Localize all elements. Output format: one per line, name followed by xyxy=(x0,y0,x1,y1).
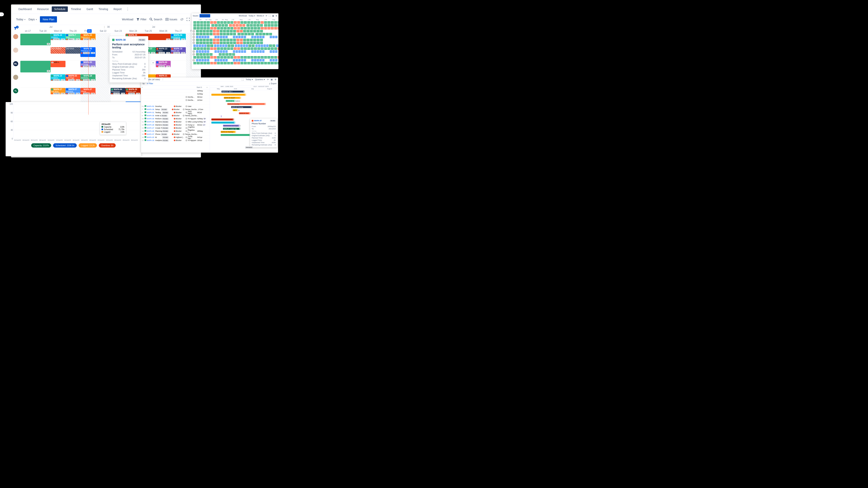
wl-cell[interactable]: 100% xyxy=(230,62,233,64)
wl-cell[interactable]: 100% xyxy=(233,39,236,41)
wl-cell[interactable]: 75% xyxy=(199,36,201,38)
wl-cell[interactable] xyxy=(271,39,272,41)
wl-cell[interactable] xyxy=(268,39,269,41)
wl-cell[interactable]: 75% xyxy=(275,59,277,61)
wl-cell[interactable]: 100% xyxy=(272,44,275,47)
wl-cell[interactable] xyxy=(263,39,264,41)
wl-cell[interactable]: 75% xyxy=(204,36,207,38)
wl-cell[interactable]: 100% xyxy=(193,62,196,64)
gantt-row[interactable]: 10 MAPA-30 Perform user acc... TO DO Blo… xyxy=(141,117,210,120)
wl-cell[interactable]: 100% xyxy=(214,56,216,59)
wl-cell[interactable] xyxy=(269,39,270,41)
wl-cell[interactable] xyxy=(246,36,248,38)
wl-cell[interactable]: 100% xyxy=(223,42,226,44)
wl-cell[interactable]: 75% xyxy=(222,44,224,47)
wl-cell[interactable]: 75% xyxy=(204,44,207,47)
wl-cell[interactable] xyxy=(265,39,266,41)
allocation-block[interactable]: 8h xyxy=(20,61,51,72)
wl-cell[interactable]: 75% xyxy=(244,59,246,61)
gantt-row[interactable]: 17 MAPA-19 Analytics setup TO DO Blocker… xyxy=(141,139,210,142)
wl-cell[interactable]: 100% xyxy=(278,24,278,27)
wl-cell[interactable]: 100% xyxy=(274,47,277,50)
wl-cell[interactable]: 75% xyxy=(196,59,198,61)
task-card[interactable]: MAPA-57FrontendTO DO6.5h xyxy=(65,88,81,94)
wl-cell[interactable]: 100% xyxy=(220,21,223,24)
wl-cell[interactable]: 75% xyxy=(251,36,254,38)
wl-view-icon[interactable]: ▦ xyxy=(272,15,274,17)
wl-cell[interactable]: 75% xyxy=(275,36,277,38)
gantt-row[interactable]: 01/May xyxy=(141,92,210,95)
tab-schedule[interactable]: Schedule xyxy=(52,6,68,12)
wl-cell[interactable]: 100% xyxy=(262,33,265,35)
wl-cell[interactable]: 100% xyxy=(210,56,213,59)
wl-cell[interactable]: 100% xyxy=(197,27,199,29)
wl-cell[interactable]: 75% xyxy=(223,36,225,38)
wl-cell[interactable]: 100% xyxy=(210,27,213,29)
gantt-bar[interactable]: MAPA-31: Tes xyxy=(239,112,250,114)
wl-cell[interactable]: 100% xyxy=(254,27,257,29)
wl-cell[interactable] xyxy=(274,30,275,32)
wl-cell[interactable]: 100% xyxy=(203,42,206,44)
wl-cell[interactable]: 75% xyxy=(259,59,262,61)
wl-cell[interactable]: 75% xyxy=(241,59,243,61)
wl-cell[interactable] xyxy=(213,53,215,56)
wl-cell[interactable] xyxy=(273,42,274,44)
wl-cell[interactable]: 100% xyxy=(218,24,221,27)
wl-cell[interactable]: 100% xyxy=(230,42,233,44)
wl-cell[interactable]: 100% xyxy=(274,21,277,24)
wl-cell[interactable]: 75% xyxy=(251,51,254,53)
wl-cell[interactable]: 75% xyxy=(262,36,265,38)
wl-cell[interactable]: 75% xyxy=(270,59,272,61)
wl-cell[interactable]: 100% xyxy=(268,24,271,27)
wl-cell[interactable]: 100% xyxy=(213,33,216,35)
wl-cell[interactable]: 75% xyxy=(202,51,204,53)
wl-cell[interactable]: 100% xyxy=(200,27,203,29)
avatar[interactable]: TL xyxy=(11,88,20,101)
task-card[interactable]: MAPA-19AnalyticsTO DO6.5h xyxy=(51,34,65,40)
wl-cell[interactable] xyxy=(265,59,266,61)
wl-cell[interactable] xyxy=(260,53,262,56)
wl-cell[interactable]: 100% xyxy=(207,21,210,24)
wl-cell[interactable]: 75% xyxy=(199,51,201,53)
wl-cell[interactable]: 100% xyxy=(256,24,259,27)
wl-cell[interactable]: 75% xyxy=(199,59,201,61)
wl-cell[interactable] xyxy=(250,59,251,61)
wl-cell[interactable]: 100% xyxy=(260,27,264,29)
wl-cell[interactable]: 100% xyxy=(217,47,220,50)
wl-cell[interactable]: 100% xyxy=(271,47,274,50)
wl-cell[interactable]: 100% xyxy=(210,39,212,41)
wl-cell[interactable]: 100% xyxy=(215,24,218,27)
wl-cell[interactable]: 100% xyxy=(246,24,249,27)
wl-cell[interactable]: 75% xyxy=(236,59,238,61)
wl-cell[interactable]: 100% xyxy=(250,42,253,44)
wl-cell[interactable]: 75% xyxy=(220,51,222,53)
gantt-bar[interactable] xyxy=(211,119,234,121)
wl-cell[interactable] xyxy=(268,30,269,32)
wl-cell[interactable]: 75% xyxy=(204,59,207,61)
wl-cell[interactable] xyxy=(270,39,271,41)
wl-cell[interactable]: 100% xyxy=(203,39,206,41)
wl-settings-icon[interactable]: ⚙ xyxy=(276,15,277,17)
wl-cell[interactable]: 100% xyxy=(227,62,230,64)
gantt-export-button[interactable]: ⤓ Export xyxy=(269,83,277,85)
wl-cell[interactable]: 75% xyxy=(238,51,241,53)
task-card[interactable]: MAPA-56PrototypingTO DO6.5h xyxy=(171,34,186,40)
wl-cell[interactable]: 75% xyxy=(214,44,216,47)
wl-cell[interactable]: 100% xyxy=(244,33,247,35)
wl-cell[interactable]: 100% xyxy=(260,62,264,64)
sync-icon[interactable] xyxy=(180,18,184,21)
wl-cell[interactable]: 100% xyxy=(237,62,240,64)
gantt-more-icon[interactable]: ⋮ xyxy=(162,78,164,80)
wl-cell[interactable]: 100% xyxy=(254,56,257,59)
wl-cell[interactable]: 75% xyxy=(233,59,235,61)
wl-cell[interactable]: 75% xyxy=(255,44,258,47)
days-dropdown[interactable]: Days▾ xyxy=(29,18,37,21)
task-card[interactable]: 📅 edit e... xyxy=(51,61,65,67)
wl-cell[interactable]: 75% xyxy=(217,36,219,38)
wl-cell[interactable]: 100% xyxy=(237,27,240,29)
wl-cell[interactable]: 100% xyxy=(250,21,253,24)
gantt-bar[interactable] xyxy=(221,116,222,117)
gantt-row[interactable]: 11 MAPA-29 Maintenance and ... TO DO Blo… xyxy=(141,120,210,123)
wl-cell[interactable] xyxy=(273,33,273,35)
wl-cell[interactable]: 100% xyxy=(220,62,223,64)
